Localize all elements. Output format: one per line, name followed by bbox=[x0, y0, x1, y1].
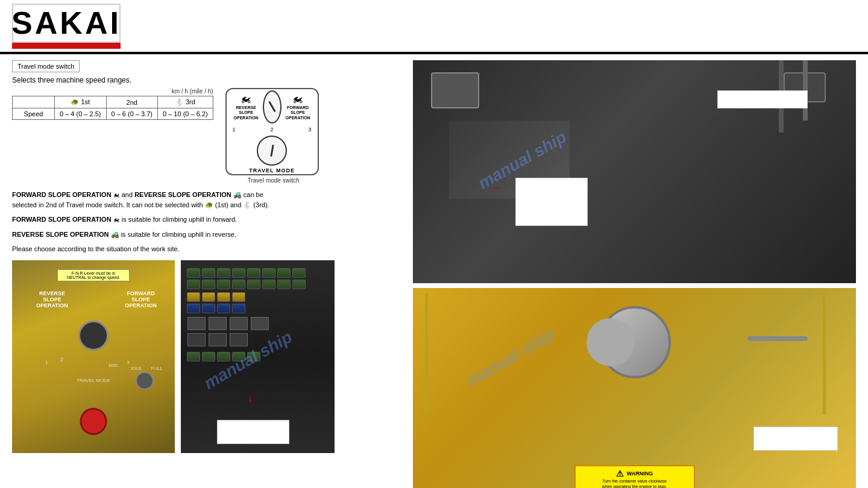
fuse-15 bbox=[277, 280, 291, 289]
hose-bottom bbox=[747, 336, 808, 341]
dial-circle-bottom bbox=[257, 136, 287, 166]
relay-3 bbox=[230, 317, 248, 330]
relay-5 bbox=[187, 333, 206, 346]
fuse-row-1 bbox=[187, 268, 329, 278]
panel-travel-mode: TRAVEL MODE bbox=[77, 378, 110, 383]
fuse-16 bbox=[292, 280, 306, 289]
fuse-y2 bbox=[202, 292, 215, 302]
speed-val-3: 0 – 10 (0 – 6.2) bbox=[158, 108, 213, 120]
pos-numbers: 1 2 3 bbox=[230, 127, 315, 133]
forward-slope-label: FORWARD SLOPE OPERATION bbox=[281, 105, 315, 120]
relay-1 bbox=[187, 317, 206, 330]
panel-idle-label: IDLE bbox=[131, 366, 142, 371]
hydraulic-sim: ← manual ship bbox=[413, 60, 856, 283]
section-title: Travel mode switch bbox=[17, 63, 74, 70]
main-content: Travel mode switch Selects three machine… bbox=[0, 54, 868, 488]
section-title-box: Travel mode switch bbox=[12, 60, 80, 72]
warning-content: ⚠ WARNING bbox=[578, 469, 691, 478]
red-button[interactable] bbox=[80, 408, 107, 435]
panel-pos-2: 2 bbox=[60, 357, 63, 363]
hyd-label-box-1 bbox=[717, 90, 808, 108]
engine-bay-sim: ⚠ WARNING Turn the container valve clock… bbox=[413, 288, 856, 488]
frame-left bbox=[425, 294, 428, 414]
relay-6 bbox=[209, 333, 227, 346]
pos-1: 1 bbox=[233, 127, 236, 133]
col-3rd-label: 3rd bbox=[186, 98, 195, 105]
logo-text: SAKAI bbox=[11, 5, 121, 41]
dial-notch-top bbox=[268, 101, 276, 113]
fuse-9 bbox=[187, 280, 200, 289]
frame-right bbox=[823, 294, 826, 414]
bf-1 bbox=[187, 352, 200, 361]
fuse-14 bbox=[262, 280, 275, 289]
fuse-2 bbox=[202, 268, 215, 278]
fuse-5 bbox=[247, 268, 260, 278]
fuse-y4 bbox=[232, 292, 245, 302]
fuse-3 bbox=[217, 268, 230, 278]
dial-circle-top bbox=[263, 90, 281, 124]
fuse-12 bbox=[232, 280, 245, 289]
hyd-label-box-2 bbox=[515, 178, 588, 226]
control-panel-photo: F-N-R Lever must be inNEUTRAL to change … bbox=[12, 260, 175, 453]
info-paragraph-2: FORWARD SLOPE OPERATION 🏍 is suitable fo… bbox=[12, 214, 271, 225]
watermark-engine: manual ship bbox=[463, 325, 558, 390]
relay-row-2 bbox=[187, 333, 329, 347]
warning-triangle: ⚠ bbox=[616, 469, 624, 478]
bf-4 bbox=[232, 352, 245, 361]
fuse-4 bbox=[232, 268, 245, 278]
panel-pos-3: 3 bbox=[127, 360, 130, 365]
speed-icon-1st: 🐢 bbox=[71, 98, 79, 105]
left-column: Travel mode switch Selects three machine… bbox=[12, 60, 404, 488]
relay-7 bbox=[230, 333, 248, 346]
fuse-10 bbox=[202, 280, 215, 289]
speed-icon-3rd: 🐇 bbox=[175, 98, 184, 105]
hyd-component-1 bbox=[431, 72, 479, 108]
unit-label: km / h (mile / h) bbox=[12, 88, 213, 95]
relay-2 bbox=[209, 317, 227, 330]
fuse-box-photo: ↓ ↓ manual ship bbox=[181, 260, 335, 453]
relay-4 bbox=[251, 317, 269, 330]
page-header: SAKAI bbox=[0, 0, 868, 54]
diagram-bottom bbox=[230, 136, 315, 166]
fuse-b4 bbox=[232, 304, 245, 313]
speed-row-label: Speed bbox=[13, 108, 55, 120]
fuse-1 bbox=[187, 268, 200, 278]
panel-icon-forward: FORWARDSLOPEOPERATION bbox=[125, 290, 157, 308]
diagram-box: 🏍 REVERSE SLOPE OPERATION 🏍 FORWARD SLOP… bbox=[225, 88, 319, 175]
panel-mid-label: MID bbox=[108, 363, 118, 368]
fuse-11 bbox=[217, 280, 230, 289]
warning-text: WARNING bbox=[627, 471, 653, 477]
travel-mode-label: TRAVEL MODE bbox=[249, 167, 295, 174]
travel-mode-caption: Travel mode switch bbox=[225, 177, 322, 184]
speed-val-1: 0 – 4 (0 – 2.5) bbox=[55, 108, 107, 120]
control-panel-sim: F-N-R Lever must be inNEUTRAL to change … bbox=[12, 260, 175, 453]
warning-subtext: Turn the container valve clockwisewhen o… bbox=[578, 478, 691, 488]
fuse-13 bbox=[247, 280, 260, 289]
fuse-b2 bbox=[202, 304, 215, 313]
engine-label-box bbox=[753, 427, 838, 451]
speed-table-wrapper: km / h (mile / h) 🐢 1st 2nd 🐇 bbox=[12, 88, 213, 120]
fuse-row-4 bbox=[187, 304, 329, 313]
relay-row-1 bbox=[187, 316, 329, 331]
bottom-images-row: F-N-R Lever must be inNEUTRAL to change … bbox=[12, 260, 404, 453]
bf-2 bbox=[202, 352, 215, 361]
fuse-row-2 bbox=[187, 280, 329, 289]
engine-center bbox=[587, 318, 635, 366]
fuse-7 bbox=[277, 268, 291, 278]
panel-full-label: FULL bbox=[151, 366, 163, 371]
throttle-knob bbox=[136, 372, 154, 390]
fuse-y3 bbox=[217, 292, 230, 302]
col-1st-label: 1st bbox=[81, 98, 90, 105]
fuse-red-arrow-1: ↓ bbox=[247, 391, 253, 405]
warning-label: ⚠ WARNING Turn the container valve clock… bbox=[574, 465, 695, 488]
pos-3: 3 bbox=[309, 127, 312, 133]
info-paragraph-1: FORWARD SLOPE OPERATION 🏍 and REVERSE SL… bbox=[12, 190, 271, 210]
pos-2: 2 bbox=[271, 127, 274, 133]
panel-warning-label: F-N-R Lever must be inNEUTRAL to change … bbox=[57, 269, 130, 281]
fuse-box-sim: ↓ ↓ manual ship bbox=[181, 260, 335, 453]
reverse-slope-label: REVERSE SLOPE OPERATION bbox=[230, 105, 263, 120]
fuse-rows bbox=[181, 260, 335, 369]
section-description: Selects three machine speed ranges. bbox=[12, 76, 404, 84]
bottom-fuse-row bbox=[187, 352, 329, 361]
bf-5 bbox=[247, 352, 260, 361]
